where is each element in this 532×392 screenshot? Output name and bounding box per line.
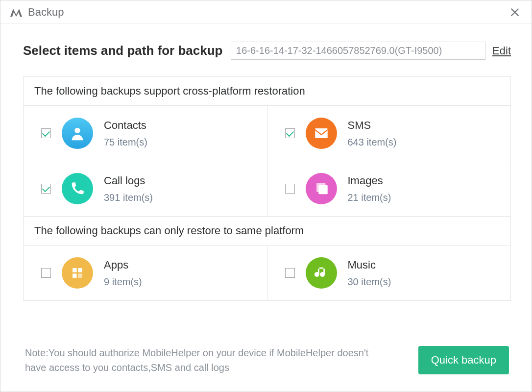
checkbox-sms[interactable] bbox=[285, 128, 295, 138]
item-count: 391 item(s) bbox=[104, 192, 153, 203]
item-cell-calllogs: Call logs 391 item(s) bbox=[24, 161, 267, 216]
checkbox-music[interactable] bbox=[285, 268, 295, 278]
svg-rect-6 bbox=[73, 273, 77, 278]
backup-path-field[interactable]: 16-6-16-14-17-32-1466057852769.0(GT-I950… bbox=[231, 42, 485, 60]
header-row: Select items and path for backup 16-6-16… bbox=[23, 42, 511, 60]
sms-icon bbox=[306, 118, 337, 149]
section-title-same-platform: The following backups can only restore t… bbox=[24, 216, 510, 245]
svg-point-0 bbox=[74, 128, 80, 133]
app-logo-icon bbox=[9, 7, 23, 18]
checkbox-images[interactable] bbox=[285, 184, 295, 194]
backup-items-panel: The following backups support cross-plat… bbox=[23, 76, 511, 301]
item-row: Apps 9 item(s) Music 30 item(s) bbox=[24, 245, 510, 300]
edit-path-link[interactable]: Edit bbox=[492, 45, 511, 57]
close-icon bbox=[509, 7, 520, 18]
backup-window: Backup Select items and path for backup … bbox=[0, 0, 532, 392]
item-label: SMS bbox=[348, 119, 397, 132]
footer: Note:You should authorize MobileHelper o… bbox=[23, 332, 511, 392]
svg-rect-4 bbox=[73, 268, 77, 272]
music-icon bbox=[306, 257, 337, 289]
item-count: 30 item(s) bbox=[348, 276, 391, 288]
item-count: 643 item(s) bbox=[348, 137, 397, 148]
window-title: Backup bbox=[28, 6, 64, 19]
item-count: 75 item(s) bbox=[104, 137, 147, 148]
item-count: 9 item(s) bbox=[104, 276, 142, 288]
apps-icon bbox=[62, 257, 93, 289]
quick-backup-button[interactable]: Quick backup bbox=[418, 346, 509, 374]
item-label: Contacts bbox=[104, 119, 147, 132]
contacts-icon bbox=[62, 118, 93, 149]
item-label: Call logs bbox=[104, 174, 153, 187]
svg-rect-5 bbox=[78, 268, 82, 272]
item-label: Apps bbox=[104, 259, 142, 271]
close-button[interactable] bbox=[506, 3, 524, 21]
svg-rect-3 bbox=[318, 185, 327, 194]
checkbox-contacts[interactable] bbox=[41, 128, 51, 138]
svg-rect-7 bbox=[78, 273, 82, 278]
item-count: 21 item(s) bbox=[348, 192, 391, 203]
item-row: Call logs 391 item(s) Images 21 item(s) bbox=[24, 161, 510, 216]
svg-rect-1 bbox=[315, 128, 328, 138]
checkbox-apps[interactable] bbox=[41, 268, 51, 278]
item-cell-images: Images 21 item(s) bbox=[267, 161, 511, 216]
checkbox-calllogs[interactable] bbox=[41, 184, 51, 194]
item-row: Contacts 75 item(s) SMS 643 item(s) bbox=[24, 105, 510, 161]
item-cell-apps: Apps 9 item(s) bbox=[24, 245, 267, 300]
content-area: Select items and path for backup 16-6-16… bbox=[0, 24, 532, 392]
section-title-cross-platform: The following backups support cross-plat… bbox=[24, 77, 510, 105]
item-cell-music: Music 30 item(s) bbox=[267, 245, 511, 300]
item-cell-contacts: Contacts 75 item(s) bbox=[24, 106, 267, 161]
item-cell-sms: SMS 643 item(s) bbox=[267, 106, 511, 161]
item-label: Images bbox=[348, 174, 391, 187]
images-icon bbox=[306, 173, 337, 204]
page-heading: Select items and path for backup bbox=[23, 43, 222, 58]
titlebar: Backup bbox=[0, 0, 532, 24]
item-label: Music bbox=[348, 259, 391, 271]
calllogs-icon bbox=[62, 173, 93, 204]
note-text: Note:You should authorize MobileHelper o… bbox=[25, 345, 378, 375]
